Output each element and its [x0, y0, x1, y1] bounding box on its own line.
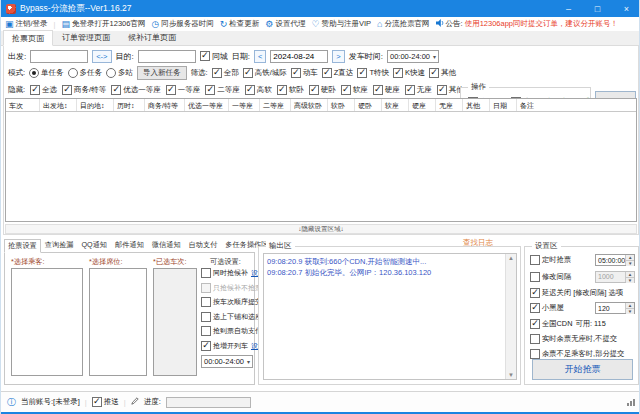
filter-checkbox-d-train[interactable]: 动车 [291, 68, 318, 78]
submit-in-order-checkbox[interactable]: 按车次顺序提交 [201, 297, 255, 307]
close-button[interactable]: × [612, 0, 640, 17]
push-checkbox[interactable]: 推送 [92, 397, 119, 407]
tab-qq-notify[interactable]: QQ通知 [78, 238, 112, 252]
tab-auto-pay[interactable]: 自动支付 [185, 238, 222, 252]
next-date-button[interactable]: > [332, 50, 344, 63]
column-header-soft-seat[interactable]: 软座 [382, 99, 409, 111]
radio-multi-station[interactable]: 多站 [106, 68, 133, 78]
same-city-checkbox[interactable]: 同城 [200, 51, 228, 62]
column-header-soft-sleeper[interactable]: 软卧 [328, 99, 355, 111]
log-scrollbar[interactable]: ▲ ▼ [505, 254, 516, 379]
column-header-remark[interactable]: 备注 [517, 99, 636, 111]
passenger-listbox[interactable] [11, 268, 83, 376]
filter-checkbox-t-train[interactable]: T特快 [357, 68, 389, 78]
column-header-business[interactable]: 商务/特等 [145, 99, 185, 111]
hide-checkbox-soft-seat[interactable]: 软座 [341, 85, 368, 95]
spin-down-icon[interactable]: ▼ [626, 277, 634, 283]
date-input[interactable] [270, 50, 328, 63]
extra-train-checkbox[interactable]: 抢增开列车 [201, 341, 248, 351]
column-header-second-class[interactable]: 二等座 [260, 99, 291, 111]
hide-checkbox-no-seat[interactable]: 无座 [405, 85, 432, 95]
spin-down-icon[interactable]: ▼ [626, 260, 634, 266]
tab-grab-page[interactable]: 抢票页面 [3, 30, 53, 46]
menu-item-check-update[interactable]: ↻ 检查更新 [220, 19, 260, 29]
menu-item-proxy[interactable]: ⚙ 设置代理 [265, 19, 305, 29]
spinner[interactable]: ▲▼ [625, 303, 634, 313]
berth-seat-select-checkbox[interactable]: 选上下铺和选座 [201, 312, 255, 322]
menu-item-vip[interactable]: ♡ 赞助与注册VIP [311, 19, 371, 29]
column-header-hard-sleeper[interactable]: 硬卧 [355, 99, 382, 111]
prev-date-button[interactable]: < [254, 50, 266, 63]
spinner[interactable]: ▲▼ [625, 272, 634, 282]
hide-settings-divider[interactable]: ↓隐藏设置区域↓ [5, 224, 637, 234]
hide-checkbox-select-all[interactable]: 全选 [30, 85, 57, 95]
column-header-other[interactable]: 其他 [463, 99, 490, 111]
maximize-button[interactable]: □ [583, 0, 612, 17]
scroll-down-icon[interactable]: ▼ [508, 372, 514, 378]
column-header-no-seat[interactable]: 无座 [436, 99, 463, 111]
column-header-train-no[interactable]: 车次 [6, 99, 40, 111]
menu-item-login[interactable]: ▣ 注销/登录 [5, 19, 48, 29]
hide-checkbox-hard-sleeper[interactable]: 硬卧 [309, 85, 336, 95]
selected-train-listbox[interactable] [153, 268, 197, 376]
timed-grab-checkbox[interactable]: 定时抢票 [530, 255, 571, 265]
partial-submit-checkbox[interactable]: 余票不足乘客时,部分提交 [530, 349, 624, 359]
menu-item-open-12306[interactable]: ▤ 免登录打开12306官网 [62, 19, 146, 29]
modify-interval-checkbox[interactable]: 修改间隔 [530, 272, 571, 282]
tab-wechat-notify[interactable]: 微信通知 [148, 238, 185, 252]
column-header-to[interactable]: 目的地↕ [77, 99, 114, 111]
grab-waitlist-checkbox[interactable]: 同时抢候补 [201, 268, 248, 278]
column-header-high-soft[interactable]: 高级软卧 [291, 99, 328, 111]
radio-single-task[interactable]: 单任务 [29, 68, 64, 78]
column-header-hard-seat[interactable]: 硬座 [409, 99, 436, 111]
menu-item-website[interactable]: ⌂ 分流抢票官网 [377, 19, 429, 29]
spinner[interactable]: ▲▼ [625, 255, 634, 265]
filter-checkbox-z-train[interactable]: Z直达 [322, 68, 354, 78]
hide-checkbox-business[interactable]: 商务/特等 [62, 85, 106, 95]
swap-stations-button[interactable]: <-> [92, 50, 111, 63]
tab-query-leak[interactable]: 查询捡漏 [41, 238, 78, 252]
checkbox-icon [405, 85, 415, 95]
column-header-date[interactable]: 日期 [490, 99, 517, 111]
auto-pay-checkbox[interactable]: 抢到票自动支付 [201, 326, 255, 336]
hide-checkbox-high-soft[interactable]: 高软 [245, 85, 272, 95]
tab-waitlist-order-page[interactable]: 候补订单页面 [119, 29, 185, 45]
checkbox-label: K快速 [405, 68, 425, 78]
hide-checkbox-first-class[interactable]: 一等座 [166, 85, 201, 95]
delay-close-checkbox[interactable]: 延迟关闭 [修改间隔] 选项 [530, 288, 623, 298]
column-header-duration[interactable]: 历时↕ [114, 99, 145, 111]
scroll-up-icon[interactable]: ▲ [508, 255, 514, 261]
waitlist-only-checkbox[interactable]: 只抢候补不抢票 [201, 283, 255, 293]
seat-listbox[interactable] [89, 268, 147, 376]
hide-checkbox-hard-seat[interactable]: 硬座 [373, 85, 400, 95]
hide-checkbox-premium-first[interactable]: 优选一等座 [111, 85, 161, 95]
tab-mail-notify[interactable]: 邮件通知 [111, 238, 148, 252]
tab-grab-settings[interactable]: 抢票设置 [4, 239, 41, 253]
menu-item-sync-time[interactable]: ◷ 同步服务器时间 [151, 19, 213, 29]
filter-checkbox-highspeed[interactable]: 高铁/城际 [243, 68, 287, 78]
column-header-first-class[interactable]: 一等座 [229, 99, 260, 111]
no-seat-skip-checkbox[interactable]: 实时余票无座时,不提交 [530, 334, 617, 344]
tab-order-manage-page[interactable]: 订单管理页面 [53, 29, 119, 45]
interval-input[interactable]: 1000 ▲▼ [595, 271, 635, 283]
filter-checkbox-other[interactable]: 其他 [429, 68, 456, 78]
minimize-button[interactable]: – [554, 0, 583, 17]
column-header-premium-first[interactable]: 优选一等座 [185, 99, 229, 111]
hide-checkbox-second-class[interactable]: 二等座 [205, 85, 240, 95]
filter-checkbox-k-train[interactable]: K快速 [393, 68, 425, 78]
time-range-select[interactable]: 00:00-24:00 ▾ [201, 355, 253, 368]
hide-checkbox-soft-sleeper[interactable]: 软卧 [277, 85, 304, 95]
spin-down-icon[interactable]: ▼ [626, 308, 634, 314]
filter-checkbox-all[interactable]: 全部 [212, 68, 239, 78]
column-header-from[interactable]: 出发地↕ [40, 99, 77, 111]
radio-multi-task[interactable]: 多任务 [68, 68, 103, 78]
blacklist-checkbox[interactable]: 小黑屋 [530, 303, 564, 313]
cdn-checkbox[interactable]: 全国CDN [530, 319, 572, 329]
to-input[interactable] [138, 50, 196, 63]
blacklist-time-input[interactable]: 120 ▲▼ [595, 302, 635, 314]
import-task-button[interactable]: 导入新任务 [137, 66, 187, 80]
from-input[interactable] [30, 50, 88, 63]
timed-grab-time-input[interactable]: 05:00:00 ▲▼ [595, 254, 635, 266]
start-grab-button[interactable]: 开始抢票 [532, 359, 633, 380]
depart-time-select[interactable]: 00:00-24:00 ▾ [387, 50, 439, 63]
